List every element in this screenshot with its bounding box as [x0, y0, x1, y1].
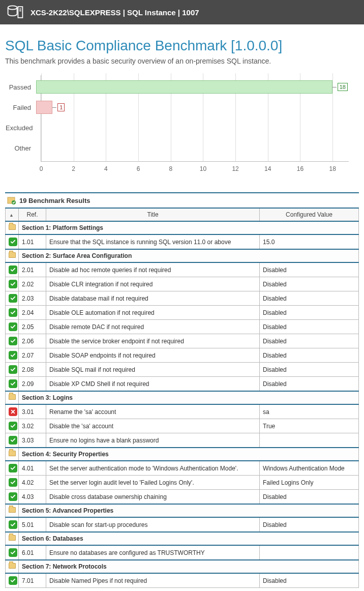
ref-cell: 2.03	[19, 291, 46, 306]
check-icon	[9, 280, 17, 288]
check-icon	[9, 238, 17, 246]
y-label-excluded: Excluded	[6, 124, 36, 132]
page-description: This benchmark provides a basic security…	[5, 57, 359, 65]
x-tick: 6	[137, 165, 140, 172]
folder-icon	[9, 507, 16, 513]
ref-cell: 2.02	[19, 277, 46, 291]
table-row[interactable]: 2.07Disable SOAP endpoints if not requir…	[6, 348, 359, 363]
value-cell: Disabled	[260, 348, 359, 363]
section-row[interactable]: Section 2: Surface Area Configuration	[6, 249, 359, 262]
ref-cell: 5.01	[19, 517, 46, 532]
table-row[interactable]: 5.01Disable scan for start-up procedures…	[6, 517, 359, 532]
value-cell: Disabled	[260, 306, 359, 320]
folder-icon	[9, 252, 16, 258]
ref-cell: 2.05	[19, 320, 46, 334]
title-cell: Set the server authentication mode to 'W…	[46, 461, 260, 476]
value-cell: Disabled	[260, 262, 359, 277]
title-cell: Disable SOAP endpoints if not required	[46, 348, 260, 363]
ref-cell: 3.03	[19, 433, 46, 448]
x-tick: 14	[264, 165, 271, 172]
check-icon	[9, 337, 17, 345]
check-icon	[9, 576, 17, 585]
ref-cell: 2.09	[19, 377, 46, 392]
value-cell: Disabled	[260, 377, 359, 392]
table-row[interactable]: 4.01Set the server authentication mode t…	[6, 461, 359, 476]
table-row[interactable]: 2.04Disable OLE automation if not requir…	[6, 306, 359, 320]
section-row[interactable]: Section 6: Databases	[6, 532, 359, 545]
check-icon	[9, 379, 17, 388]
table-row[interactable]: 2.08Disable SQL mail if not requiredDisa…	[6, 363, 359, 377]
ref-cell: 4.01	[19, 461, 46, 476]
ref-cell: 2.08	[19, 363, 46, 377]
results-table: ▲ Ref. Title Configured Value Section 1:…	[5, 208, 359, 588]
value-cell: True	[260, 419, 359, 433]
table-row[interactable]: 4.03Disable cross database ownership cha…	[6, 490, 359, 505]
table-row[interactable]: 3.02Disable the 'sa' accountTrue	[6, 419, 359, 433]
table-row[interactable]: 6.01Ensure no databases are configured a…	[6, 545, 359, 560]
y-label-failed: Failed	[6, 104, 36, 111]
ref-cell: 2.07	[19, 348, 46, 363]
ref-cell: 3.01	[19, 404, 46, 419]
check-icon	[9, 294, 17, 303]
ref-cell: 1.01	[19, 234, 46, 249]
x-tick: 8	[169, 165, 172, 172]
section-row[interactable]: Section 7: Network Protocols	[6, 560, 359, 573]
table-row[interactable]: 1.01Ensure that the SQL instance is runn…	[6, 234, 359, 249]
table-row[interactable]: 3.01Rename the 'sa' accountsa	[6, 404, 359, 419]
header-title: XCS-2K22\SQLEXPRESS | SQL Instance | 100…	[31, 8, 199, 17]
section-row[interactable]: Section 3: Logins	[6, 391, 359, 404]
title-cell: Disable database mail if not required	[46, 291, 260, 306]
check-icon	[9, 322, 17, 331]
section-row[interactable]: Section 5: Advanced Properties	[6, 504, 359, 517]
section-row[interactable]: Section 4: Security Properties	[6, 448, 359, 461]
table-row[interactable]: 4.02Set the server login audit level to …	[6, 476, 359, 490]
title-cell: Ensure no logins have a blank password	[46, 433, 260, 448]
table-row[interactable]: 2.01Disable ad hoc remote queries if not…	[6, 262, 359, 277]
x-tick: 12	[232, 165, 238, 172]
table-row[interactable]: 2.02Disable CLR integration if not requi…	[6, 277, 359, 291]
title-cell: Disable the service broker endpoint if n…	[46, 334, 260, 348]
value-cell: sa	[260, 404, 359, 419]
table-row[interactable]: 2.06Disable the service broker endpoint …	[6, 334, 359, 348]
col-ref-sort[interactable]: Ref.	[19, 208, 46, 221]
bar-value-passed: 18	[338, 83, 348, 91]
bar-failed	[36, 101, 52, 114]
title-cell: Disable the 'sa' account	[46, 419, 260, 433]
table-row[interactable]: 2.03Disable database mail if not require…	[6, 291, 359, 306]
check-icon	[9, 492, 17, 501]
ref-cell: 2.04	[19, 306, 46, 320]
value-cell: 15.0	[260, 234, 359, 249]
col-title-sort[interactable]: Title	[46, 208, 260, 221]
results-icon	[7, 196, 16, 204]
section-row[interactable]: Section 1: Platform Settings	[6, 221, 359, 234]
table-row[interactable]: 2.09Disable XP CMD Shell if not required…	[6, 377, 359, 392]
col-value-sort[interactable]: Configured Value	[260, 208, 359, 221]
ref-cell: 3.02	[19, 419, 46, 433]
check-icon	[9, 308, 17, 317]
table-header-row: ▲ Ref. Title Configured Value	[6, 208, 359, 221]
folder-icon	[9, 563, 16, 569]
section-title: Section 7: Network Protocols	[19, 560, 359, 573]
y-label-other: Other	[6, 144, 36, 152]
check-icon	[9, 365, 17, 374]
ref-cell: 2.01	[19, 262, 46, 277]
value-cell: Disabled	[260, 334, 359, 348]
title-cell: Set the server login audit level to 'Fai…	[46, 476, 260, 490]
value-cell: Disabled	[260, 363, 359, 377]
x-tick: 18	[329, 165, 336, 172]
title-cell: Ensure that the SQL instance is running …	[46, 234, 260, 249]
y-label-passed: Passed	[6, 83, 36, 91]
x-tick: 0	[40, 165, 43, 172]
section-title: Section 5: Advanced Properties	[19, 504, 359, 517]
table-row[interactable]: 7.01Disable Named Pipes if not requiredD…	[6, 573, 359, 588]
section-title: Section 1: Platform Settings	[19, 221, 359, 234]
table-row[interactable]: 3.03Ensure no logins have a blank passwo…	[6, 433, 359, 448]
table-row[interactable]: 2.05Disable remote DAC if not requiredDi…	[6, 320, 359, 334]
svg-point-0	[8, 6, 17, 9]
col-status-sort[interactable]: ▲	[6, 208, 19, 221]
cross-icon	[9, 407, 17, 416]
value-cell: Disabled	[260, 490, 359, 505]
folder-icon	[9, 394, 16, 400]
title-cell: Disable remote DAC if not required	[46, 320, 260, 334]
value-cell: Disabled	[260, 277, 359, 291]
